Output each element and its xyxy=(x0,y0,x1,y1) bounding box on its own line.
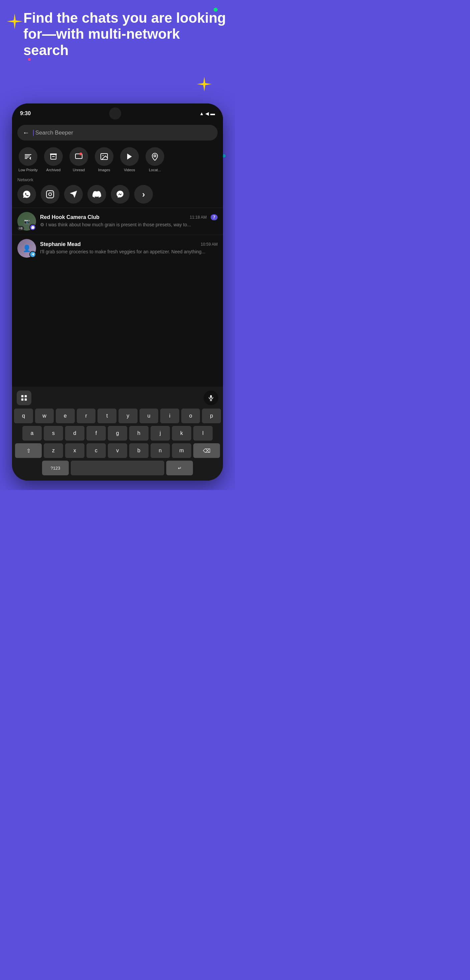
sparkle-bottom-icon xyxy=(197,77,212,91)
images-label: Images xyxy=(98,168,110,172)
avatar-count: +8 xyxy=(18,226,24,231)
key-p[interactable]: p xyxy=(202,409,221,423)
search-placeholder: Search Beeper xyxy=(35,129,73,136)
key-i[interactable]: i xyxy=(160,409,179,423)
svg-rect-13 xyxy=(210,395,212,398)
key-d[interactable]: d xyxy=(65,426,84,441)
network-messenger[interactable] xyxy=(111,185,129,204)
avatar-wrapper-group: 📷 +8 xyxy=(18,212,36,231)
keyboard-area: q w e r t y u i o p a s d f g h xyxy=(12,387,223,480)
key-a[interactable]: a xyxy=(22,426,42,441)
network-label: Network xyxy=(12,176,223,185)
kb-row-1: q w e r t y u i o p xyxy=(14,409,221,423)
key-c[interactable]: c xyxy=(86,443,106,458)
key-shift[interactable]: ⇧ xyxy=(15,443,42,458)
search-bar[interactable]: ← Search Beeper xyxy=(18,125,218,140)
chat-item-red-hook[interactable]: 📷 +8 Red Hook Camera Club 11:18 AM 7 xyxy=(12,208,223,235)
key-h[interactable]: h xyxy=(129,426,148,441)
svg-rect-6 xyxy=(46,191,54,198)
filter-videos[interactable]: Videos xyxy=(119,147,140,172)
low-priority-label: Low Priority xyxy=(18,168,37,172)
battery-icon: ▬ xyxy=(210,111,215,116)
key-k[interactable]: k xyxy=(172,426,191,441)
network-instagram[interactable] xyxy=(41,185,59,204)
back-button[interactable]: ← xyxy=(23,129,29,137)
keyboard-mic-button[interactable] xyxy=(204,391,218,405)
key-e[interactable]: e xyxy=(56,409,75,423)
avatar-badge-whatsapp xyxy=(29,224,36,231)
key-b[interactable]: b xyxy=(129,443,148,458)
key-u[interactable]: u xyxy=(140,409,159,423)
images-icon xyxy=(95,147,113,166)
svg-point-7 xyxy=(49,193,52,196)
chat-item-stephanie[interactable]: 👤 Stephanie Mead 10:59 AM I'll grab some… xyxy=(12,235,223,262)
filter-archived[interactable]: Archived xyxy=(43,147,64,172)
archived-icon xyxy=(44,147,63,166)
svg-point-5 xyxy=(154,155,156,157)
key-return[interactable]: ↵ xyxy=(166,461,193,475)
svg-rect-11 xyxy=(21,399,23,401)
svg-rect-10 xyxy=(25,395,27,397)
key-r[interactable]: r xyxy=(77,409,96,423)
cursor xyxy=(33,130,34,136)
filter-low-priority[interactable]: Low Priority xyxy=(18,147,39,172)
headline: Find the chats you are looking for—with … xyxy=(23,10,228,59)
key-m[interactable]: m xyxy=(172,443,191,458)
filter-row: Low Priority Archived xyxy=(12,143,223,176)
filter-images[interactable]: Images xyxy=(94,147,115,172)
svg-marker-4 xyxy=(127,154,132,159)
wifi-icon: ▲ xyxy=(199,111,204,116)
filter-location[interactable]: Locat... xyxy=(144,147,166,172)
chat-content-stephanie: Stephanie Mead 10:59 AM I'll grab some g… xyxy=(40,241,218,255)
filter-unread[interactable]: Unread xyxy=(68,147,89,172)
dot-pink xyxy=(28,58,31,61)
keyboard-grid-button[interactable] xyxy=(17,391,31,405)
key-v[interactable]: v xyxy=(108,443,127,458)
unread-icon xyxy=(69,147,88,166)
archived-label: Archived xyxy=(46,168,61,172)
key-t[interactable]: t xyxy=(97,409,116,423)
key-j[interactable]: j xyxy=(151,426,170,441)
key-q[interactable]: q xyxy=(14,409,33,423)
key-space[interactable] xyxy=(71,461,164,475)
unread-badge-red-hook: 7 xyxy=(210,214,218,220)
network-whatsapp[interactable] xyxy=(18,185,36,204)
chat-preview-red-hook: ⚙ I was think about how much grain is pr… xyxy=(40,222,218,228)
videos-icon xyxy=(120,147,139,166)
network-more[interactable]: › xyxy=(134,185,153,204)
kb-row-4: ?123 ↵ xyxy=(14,461,221,475)
svg-point-3 xyxy=(102,155,104,156)
chat-time-stephanie: 10:59 AM xyxy=(201,242,218,247)
search-input[interactable]: Search Beeper xyxy=(33,129,212,136)
key-l[interactable]: l xyxy=(193,426,213,441)
key-g[interactable]: g xyxy=(108,426,127,441)
location-icon xyxy=(145,147,164,166)
svg-point-1 xyxy=(80,153,82,155)
svg-point-8 xyxy=(52,192,53,192)
network-discord[interactable] xyxy=(88,185,106,204)
kb-row-2: a s d f g h j k l xyxy=(14,426,221,441)
status-notch xyxy=(109,108,121,119)
network-telegram[interactable] xyxy=(64,185,83,204)
status-bar: 9:30 ▲ ◀ ▬ xyxy=(12,103,223,122)
key-z[interactable]: z xyxy=(44,443,63,458)
chat-header-red-hook: Red Hook Camera Club 11:18 AM 7 xyxy=(40,214,218,220)
keyboard-rows: q w e r t y u i o p a s d f g h xyxy=(14,409,221,475)
key-backspace[interactable]: ⌫ xyxy=(193,443,220,458)
signal-icon: ◀ xyxy=(205,111,209,116)
key-o[interactable]: o xyxy=(181,409,200,423)
chat-time-red-hook: 11:18 AM xyxy=(190,215,207,220)
key-x[interactable]: x xyxy=(65,443,84,458)
status-time: 9:30 xyxy=(20,110,31,116)
key-w[interactable]: w xyxy=(35,409,54,423)
key-y[interactable]: y xyxy=(118,409,137,423)
key-numbers[interactable]: ?123 xyxy=(42,461,69,475)
avatar-wrapper-stephanie: 👤 xyxy=(18,239,36,258)
unread-label: Unread xyxy=(73,168,85,172)
key-s[interactable]: s xyxy=(44,426,63,441)
chat-header-stephanie: Stephanie Mead 10:59 AM xyxy=(40,241,218,247)
page-wrapper: Find the chats you are looking for—with … xyxy=(0,0,235,490)
chat-content-red-hook: Red Hook Camera Club 11:18 AM 7 ⚙ I was … xyxy=(40,214,218,228)
key-n[interactable]: n xyxy=(151,443,170,458)
key-f[interactable]: f xyxy=(86,426,106,441)
